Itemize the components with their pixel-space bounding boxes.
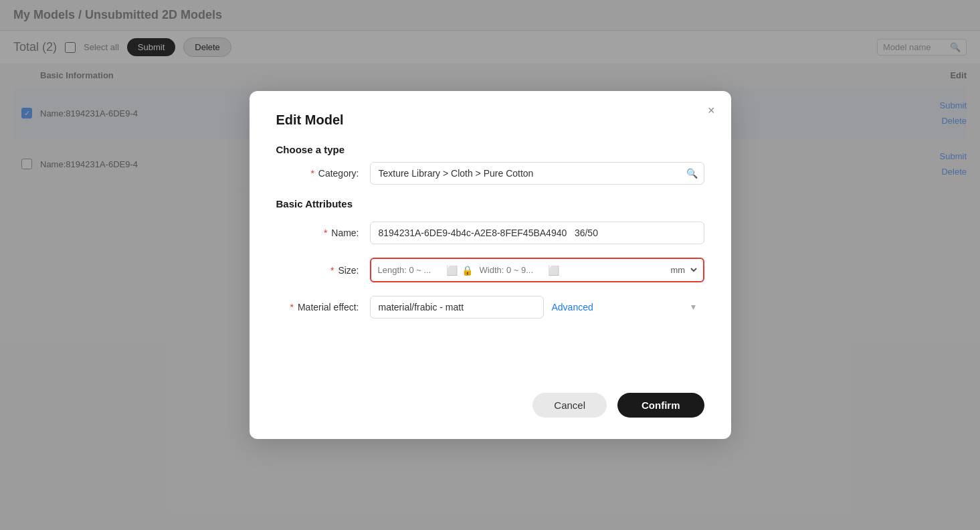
- required-star: *: [330, 265, 334, 276]
- required-star: *: [290, 302, 294, 313]
- name-row: * Name:: [276, 222, 704, 244]
- unit-select[interactable]: mm cm m inch: [667, 262, 699, 278]
- lock-icon: 🔒: [462, 265, 473, 276]
- material-row: * Material effect: material/frabic - mat…: [276, 296, 704, 319]
- dropdown-icon: ▼: [690, 302, 698, 312]
- modal-overlay: × Edit Model Choose a type * Category: 🔍…: [0, 0, 980, 530]
- advanced-link[interactable]: Advanced: [552, 302, 593, 313]
- section2-title: Basic Attributes: [276, 198, 704, 209]
- length-icon: ⬜: [446, 265, 458, 276]
- required-star: *: [324, 228, 327, 238]
- width-icon: ⬜: [548, 265, 559, 276]
- name-label: * Name:: [276, 228, 370, 238]
- material-select[interactable]: material/frabic - matt: [370, 296, 544, 319]
- modal-footer: Cancel Confirm: [276, 366, 704, 418]
- edit-model-modal: × Edit Model Choose a type * Category: 🔍…: [250, 91, 731, 439]
- cancel-button[interactable]: Cancel: [532, 393, 607, 418]
- required-star: *: [310, 168, 314, 179]
- category-input-wrap: 🔍: [370, 162, 704, 185]
- category-row: * Category: 🔍: [276, 162, 704, 185]
- confirm-button[interactable]: Confirm: [617, 393, 704, 418]
- length-input[interactable]: [375, 262, 442, 278]
- section1-title: Choose a type: [276, 144, 704, 155]
- modal-title: Edit Model: [276, 112, 704, 128]
- close-button[interactable]: ×: [708, 104, 715, 116]
- category-search-icon: 🔍: [686, 168, 698, 179]
- name-input[interactable]: [370, 222, 704, 244]
- category-input[interactable]: [370, 162, 704, 185]
- category-label: * Category:: [276, 168, 370, 179]
- material-select-wrap: material/frabic - matt ▼ Advanced: [370, 296, 704, 319]
- size-row: * Size: ⬜ 🔒 ⬜ mm cm m inch: [276, 258, 704, 282]
- width-input[interactable]: [477, 262, 544, 278]
- size-group: ⬜ 🔒 ⬜ mm cm m inch: [370, 258, 704, 282]
- size-label: * Size:: [276, 265, 370, 276]
- material-label: * Material effect:: [276, 302, 370, 313]
